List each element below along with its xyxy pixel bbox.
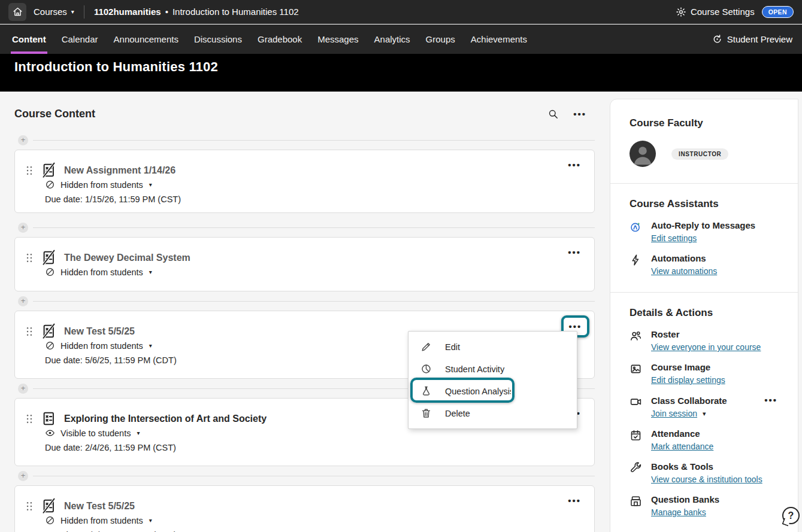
drag-handle[interactable] — [23, 413, 35, 425]
page-title: Introduction to Humanities 1102 — [14, 59, 218, 75]
test-icon — [41, 498, 57, 514]
class-collaborate-options-button[interactable]: ••• — [764, 395, 777, 406]
course-image-icon — [630, 363, 642, 375]
visibility-selector[interactable]: Hidden from students▾ — [45, 180, 152, 190]
sidebar-row-label: Roster — [651, 329, 680, 339]
add-content-button[interactable]: + — [18, 471, 28, 481]
tab-content[interactable]: Content — [12, 25, 46, 54]
sidebar-row-link[interactable]: Edit display settings — [651, 375, 725, 385]
item-options-button[interactable]: ••• — [568, 160, 581, 171]
visibility-selector[interactable]: Hidden from students▾ — [45, 267, 152, 277]
plus-icon: + — [21, 471, 26, 480]
menu-item-delete[interactable]: Delete — [408, 402, 577, 424]
add-content-button[interactable]: + — [18, 223, 28, 233]
due-date-text: Due date: 1/15/26, 11:59 PM (CST) — [45, 194, 181, 204]
menu-item-label: Student Activity — [445, 364, 504, 374]
chevron-down-icon[interactable]: ▾ — [703, 411, 706, 417]
drag-handle[interactable] — [23, 326, 35, 338]
eye-slash-icon — [45, 180, 55, 190]
eye-slash-icon — [45, 341, 55, 351]
menu-item-label: Question Analysis — [445, 387, 514, 396]
add-content-button[interactable]: + — [18, 384, 28, 394]
add-content-button[interactable]: + — [18, 296, 28, 306]
nav-tabs: ContentCalendarAnnouncementsDiscussionsG… — [0, 25, 527, 54]
drag-handle[interactable] — [23, 252, 35, 264]
sidebar-row-link[interactable]: View everyone in your course — [651, 342, 761, 352]
ellipsis-icon: ••• — [569, 322, 582, 331]
item-options-button[interactable]: ••• — [568, 247, 581, 258]
tab-gradebook[interactable]: Gradebook — [258, 25, 302, 54]
divider — [84, 5, 84, 19]
sidebar-row-link[interactable]: View automations — [651, 266, 717, 276]
divider-line — [33, 301, 595, 302]
ellipsis-icon: ••• — [568, 495, 581, 506]
sidebar-row-link[interactable]: Join session — [651, 409, 697, 418]
content-item-title[interactable]: The Dewey Decimal System — [64, 253, 190, 263]
home-button[interactable] — [8, 3, 26, 21]
content-item-card: New Test 5/5/25•••Hidden from students▾D… — [14, 485, 595, 532]
tab-messages[interactable]: Messages — [317, 25, 358, 54]
sidebar-row-attendance: AttendanceMark attendance — [630, 428, 786, 451]
sidebar-row-label: Books & Tools — [651, 461, 713, 472]
student-preview-button[interactable]: Student Preview — [712, 25, 792, 54]
hidden-content-type-icon-wrap — [41, 250, 57, 266]
question-analysis-icon — [420, 385, 432, 397]
content-item-title[interactable]: New Test 5/5/25 — [64, 501, 135, 512]
drag-handle[interactable] — [23, 165, 35, 177]
search-button[interactable] — [547, 108, 559, 120]
content-item-title[interactable]: Exploring the Intersection of Art and So… — [64, 414, 267, 424]
sidebar-row-link[interactable]: Edit settings — [651, 233, 697, 243]
course-settings-label: Course Settings — [691, 7, 755, 17]
tab-calendar[interactable]: Calendar — [62, 25, 98, 54]
menu-item-question-analysis[interactable]: Question Analysis — [408, 380, 577, 402]
books-tools-icon — [630, 462, 642, 475]
sidebar-row-auto-reply-to-messages: Auto-Reply to MessagesEdit settings — [630, 220, 786, 243]
menu-item-student-activity[interactable]: Student Activity — [408, 358, 577, 380]
breadcrumb-course-id: 1102humanities — [94, 7, 161, 17]
divider — [610, 292, 798, 293]
sidebar-row-label: Course Image — [651, 362, 710, 372]
search-icon — [547, 108, 559, 120]
sidebar-row-course-image: Course ImageEdit display settings — [630, 362, 786, 385]
help-button[interactable]: ? — [782, 507, 800, 524]
add-content-divider: + — [18, 296, 595, 306]
visibility-selector[interactable]: Hidden from students▾ — [45, 341, 152, 351]
content-item-title[interactable]: New Assignment 1/14/26 — [64, 165, 175, 176]
divider-line — [33, 140, 595, 141]
tab-discussions[interactable]: Discussions — [194, 25, 242, 54]
menu-item-edit[interactable]: Edit — [408, 336, 577, 358]
course-sidebar: Course Faculty INSTRUCTOR Course Assista… — [610, 99, 798, 532]
drag-handle[interactable] — [23, 500, 35, 512]
divider-line — [33, 476, 595, 476]
tab-announcements[interactable]: Announcements — [114, 25, 178, 54]
ellipsis-icon: ••• — [764, 395, 777, 405]
sidebar-row-link[interactable]: Mark attendance — [651, 442, 713, 451]
assignment-icon — [41, 250, 57, 266]
sidebar-row-books-tools: Books & ToolsView course & institution t… — [630, 461, 786, 484]
course-content-options-button[interactable]: ••• — [573, 110, 586, 118]
tab-achievements[interactable]: Achievements — [471, 25, 527, 54]
automations-icon — [630, 254, 642, 266]
content-item-title[interactable]: New Test 5/5/25 — [64, 326, 135, 337]
visibility-selector[interactable]: Visible to students▾ — [45, 428, 140, 438]
home-icon — [13, 7, 23, 17]
tab-analytics[interactable]: Analytics — [374, 25, 410, 54]
plus-icon: + — [21, 223, 26, 232]
visibility-selector[interactable]: Hidden from students▾ — [45, 515, 152, 525]
class-collaborate-icon — [630, 396, 642, 408]
sidebar-row-link[interactable]: Manage banks — [651, 507, 706, 517]
sidebar-row-link[interactable]: View course & institution tools — [651, 475, 762, 484]
instructor-avatar[interactable] — [630, 141, 656, 167]
tab-groups[interactable]: Groups — [426, 25, 455, 54]
ellipsis-icon: ••• — [573, 110, 586, 118]
eye-icon — [45, 428, 55, 438]
add-content-button[interactable]: + — [18, 135, 28, 145]
courses-menu-button[interactable]: Courses ▾ — [34, 7, 74, 17]
content-type-icon-wrap — [41, 411, 57, 427]
chevron-down-icon: ▾ — [137, 430, 140, 436]
visibility-label: Hidden from students — [60, 341, 143, 351]
item-options-button[interactable]: ••• — [568, 495, 581, 506]
open-status-badge[interactable]: OPEN — [762, 6, 794, 18]
add-content-divider: + — [18, 471, 595, 481]
course-settings-button[interactable]: Course Settings — [676, 7, 755, 17]
